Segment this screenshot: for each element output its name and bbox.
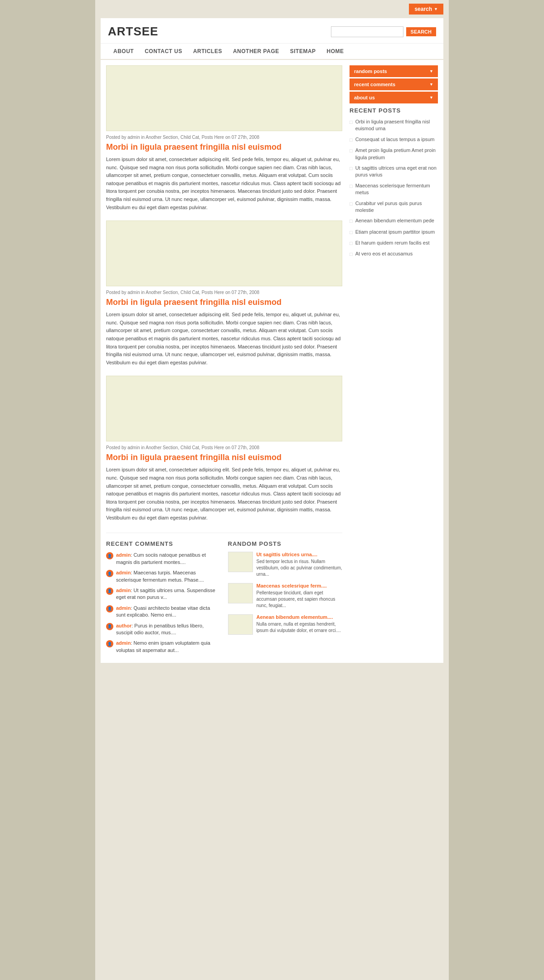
header-search-input[interactable]: [331, 26, 403, 37]
comment-author-3: admin: [116, 605, 131, 611]
post-image-3: [106, 376, 342, 441]
post-title-3[interactable]: Morbi in ligula praesent fringilla nisl …: [106, 453, 342, 462]
top-search-button[interactable]: search: [409, 4, 443, 15]
recent-post-4: Maecenas scelerisque fermentum metus: [350, 182, 438, 196]
comment-author-4: author: [116, 623, 131, 628]
comment-item-2: admin: Ut sagittis ultrices urna. Suspen…: [106, 587, 221, 601]
logo-art: ART: [108, 24, 133, 38]
comment-content-4: author: Purus in penatibus tellus libero…: [116, 622, 221, 637]
sidebar-random-posts-btn[interactable]: random posts: [350, 65, 438, 77]
recent-post-2: Amet proin ligula pretium Amet proin lig…: [350, 147, 438, 161]
comment-item-0: admin: Cum sociis natoque penatibus et m…: [106, 552, 221, 566]
random-post-item-0: Ut sagittis ultrices urna.... Sed tempor…: [228, 552, 343, 578]
site-header: ARTSEE SEARCH: [101, 18, 443, 44]
random-post-item-1: Maecenas scelesrique ferm.... Pellentesq…: [228, 583, 343, 609]
main-content: Posted by admin in Another Section, Chil…: [106, 65, 342, 657]
recent-post-6: Aenean bibendum elementum pede: [350, 217, 438, 225]
recent-post-8: Et harum quidem rerum facilis est: [350, 240, 438, 247]
comment-avatar-0: [106, 552, 113, 559]
random-post-info-1: Maecenas scelesrique ferm.... Pellentesq…: [257, 583, 343, 609]
recent-comments-widget: RECENT COMMENTS admin: Cum sociis natoqu…: [106, 540, 221, 657]
random-post-excerpt-1: Pellentesque tincidunt, diam eget accums…: [257, 590, 343, 609]
random-post-title-1[interactable]: Maecenas scelesrique ferm....: [257, 583, 343, 588]
random-posts-widget: RANDOM POSTS Ut sagittis ultrices urna..…: [228, 540, 343, 657]
sidebar: random posts recent comments about us RE…: [350, 65, 438, 657]
site-logo: ARTSEE: [108, 24, 158, 39]
post-image-2: [106, 220, 342, 286]
recent-post-5: Curabitur vel purus quis purus molestie: [350, 200, 438, 214]
comment-avatar-3: [106, 605, 113, 612]
header-search-button[interactable]: SEARCH: [406, 27, 436, 36]
random-post-excerpt-2: Nulla ornare, nulla et egestas hendrerit…: [257, 621, 343, 634]
nav-item-sitemap[interactable]: SITEMAP: [285, 44, 321, 59]
comment-content-1: admin: Maecenas turpis. Maecenas sceleri…: [116, 569, 221, 583]
nav-item-another[interactable]: ANOTHER PAGE: [228, 44, 285, 59]
logo-see: SEE: [133, 24, 158, 38]
comment-item-3: admin: Quasi architecto beatae vitae dic…: [106, 605, 221, 619]
comment-avatar-5: [106, 640, 113, 647]
comment-content-5: admin: Nemo enim ipsam voluptatem quia v…: [116, 640, 221, 654]
post-article-2: Posted by admin in Another Section, Chil…: [106, 220, 342, 367]
bottom-widgets: RECENT COMMENTS admin: Cum sociis natoqu…: [106, 533, 342, 657]
site-nav: ABOUT CONTACT US ARTICLES ANOTHER PAGE S…: [101, 44, 443, 60]
comment-item-5: admin: Nemo enim ipsam voluptatem quia v…: [106, 640, 221, 654]
random-posts-title: RANDOM POSTS: [228, 540, 343, 547]
recent-post-7: Etiam placerat ipsum parttitor ipsum: [350, 229, 438, 236]
post-meta-3: Posted by admin in Another Section, Chil…: [106, 445, 342, 450]
random-post-item-2: Aenean bibendum elementum.... Nulla orna…: [228, 614, 343, 635]
content-layout: Posted by admin in Another Section, Chil…: [101, 60, 443, 663]
random-post-info-0: Ut sagittis ultrices urna.... Sed tempor…: [257, 552, 343, 578]
post-meta-1: Posted by admin in Another Section, Chil…: [106, 135, 342, 140]
nav-item-home[interactable]: HOME: [321, 44, 350, 59]
post-text-1: Lorem ipsum dolor sit amet, consectetuer…: [106, 156, 342, 211]
random-post-title-2[interactable]: Aenean bibendum elementum....: [257, 614, 343, 620]
recent-posts-widget: RECENT POSTS Orbi in ligula praesent fri…: [350, 107, 438, 258]
comment-avatar-2: [106, 588, 113, 595]
random-post-thumb-1: [228, 583, 253, 603]
comment-author-0: admin: [116, 552, 131, 558]
random-post-thumb-0: [228, 552, 253, 572]
recent-comments-title: RECENT COMMENTS: [106, 540, 221, 547]
sidebar-recent-comments-btn[interactable]: recent comments: [350, 78, 438, 90]
recent-post-0: Orbi in ligula praesent fringilla nisl e…: [350, 118, 438, 132]
comment-item-1: admin: Maecenas turpis. Maecenas sceleri…: [106, 569, 221, 583]
comment-avatar-1: [106, 570, 113, 577]
comment-content-2: admin: Ut sagittis ultrices urna. Suspen…: [116, 587, 221, 601]
nav-item-articles[interactable]: ARTICLES: [188, 44, 228, 59]
post-article-3: Posted by admin in Another Section, Chil…: [106, 376, 342, 522]
top-bar: search: [95, 0, 449, 18]
post-text-3: Lorem ipsum dolor sit amet, consectetuer…: [106, 466, 342, 522]
post-title-1[interactable]: Morbi in ligula praesent fringilla nisl …: [106, 142, 342, 152]
post-article-1: Posted by admin in Another Section, Chil…: [106, 65, 342, 211]
nav-item-contact[interactable]: CONTACT US: [139, 44, 188, 59]
recent-post-9: At vero eos et accusamus: [350, 250, 438, 258]
comment-author-5: admin: [116, 640, 131, 646]
header-search: SEARCH: [331, 26, 436, 37]
recent-post-3: Ut sagittis ultrices urna eget erat non …: [350, 165, 438, 179]
comment-item-4: author: Purus in penatibus tellus libero…: [106, 622, 221, 637]
sidebar-about-us-btn[interactable]: about us: [350, 92, 438, 103]
random-post-excerpt-0: Sed tempor lectus in risus. Nullam vesti…: [257, 559, 343, 578]
nav-item-about[interactable]: ABOUT: [108, 44, 139, 59]
recent-posts-widget-title: RECENT POSTS: [350, 107, 438, 114]
random-post-info-2: Aenean bibendum elementum.... Nulla orna…: [257, 614, 343, 635]
comment-content-3: admin: Quasi architecto beatae vitae dic…: [116, 605, 221, 619]
recent-post-1: Consequat ut lacus tempus a ipsum: [350, 136, 438, 143]
comment-author-1: admin: [116, 570, 131, 575]
comment-avatar-4: [106, 623, 113, 630]
post-title-2[interactable]: Morbi in ligula praesent fringilla nisl …: [106, 298, 342, 307]
comment-content-0: admin: Cum sociis natoque penatibus et m…: [116, 552, 221, 566]
post-text-2: Lorem ipsum dolor sit amet, consectetuer…: [106, 311, 342, 367]
comment-author-2: admin: [116, 588, 131, 593]
post-meta-2: Posted by admin in Another Section, Chil…: [106, 290, 342, 295]
random-post-thumb-2: [228, 614, 253, 635]
post-image-1: [106, 65, 342, 131]
main-container: ARTSEE SEARCH ABOUT CONTACT US ARTICLES …: [101, 18, 443, 663]
random-post-title-0[interactable]: Ut sagittis ultrices urna....: [257, 552, 343, 557]
